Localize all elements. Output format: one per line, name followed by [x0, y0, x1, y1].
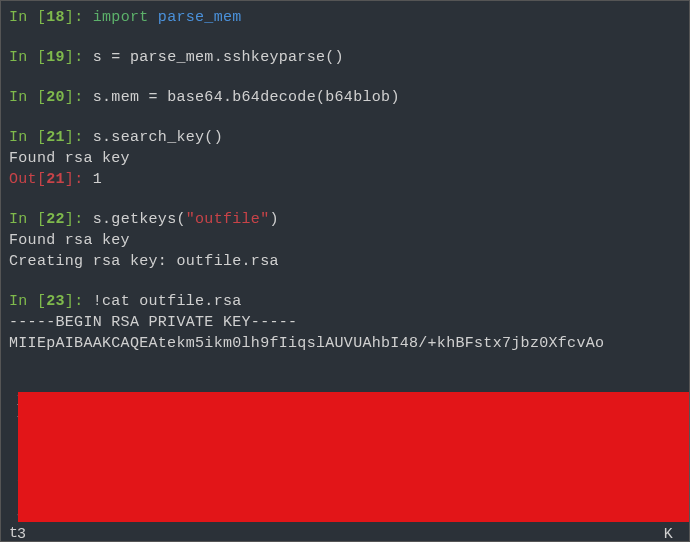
in-close: ]:: [65, 211, 93, 228]
in-prompt: In [: [9, 211, 46, 228]
code-text: s.search_key(): [93, 129, 223, 146]
in-number: 20: [46, 89, 65, 106]
code-text: s.mem = base64.b64decode(b64blob): [93, 89, 400, 106]
in-prompt: In [: [9, 89, 46, 106]
key-fragment: 3: [17, 524, 26, 542]
cell-21: In [21]: s.search_key() Found rsa key Ou…: [9, 127, 681, 190]
code-text: s.getkeys(: [93, 211, 186, 228]
input-line[interactable]: In [19]: s = parse_mem.sshkeyparse(): [9, 49, 344, 66]
key-fragment: K: [664, 524, 673, 542]
cell-22: In [22]: s.getkeys("outfile") Found rsa …: [9, 209, 681, 272]
pem-data-line: MIIEpAIBAAKCAQEAtekm5ikm0lh9fIiqslAUVUAh…: [9, 333, 681, 354]
in-number: 21: [46, 129, 65, 146]
in-prompt: In [: [9, 129, 46, 146]
in-number: 19: [46, 49, 65, 66]
stdout-line: Found rsa key: [9, 148, 681, 169]
code-text: !cat outfile.rsa: [93, 293, 242, 310]
input-line[interactable]: In [22]: s.getkeys("outfile"): [9, 209, 681, 230]
cell-23: In [23]: !cat outfile.rsa -----BEGIN RSA…: [9, 291, 681, 354]
stdout-line: Creating rsa key: outfile.rsa: [9, 251, 681, 272]
in-prompt: In [: [9, 9, 46, 26]
pem-data-line-bottom: t: [9, 523, 18, 542]
input-line[interactable]: In [20]: s.mem = base64.b64decode(b64blo…: [9, 89, 400, 106]
cell-18: In [18]: import parse_mem: [9, 7, 681, 28]
in-close: ]:: [65, 9, 93, 26]
in-number: 23: [46, 293, 65, 310]
in-close: ]:: [65, 293, 93, 310]
input-line[interactable]: In [18]: import parse_mem: [9, 9, 242, 26]
output-line: Out[21]: 1: [9, 169, 681, 190]
redaction-overlay: [18, 392, 690, 522]
out-value: 1: [93, 171, 102, 188]
in-close: ]:: [65, 129, 93, 146]
stdout-line: Found rsa key: [9, 230, 681, 251]
in-close: ]:: [65, 89, 93, 106]
in-prompt: In [: [9, 49, 46, 66]
input-line[interactable]: In [21]: s.search_key(): [9, 127, 681, 148]
cell-19: In [19]: s = parse_mem.sshkeyparse(): [9, 47, 681, 68]
keyword-import: import: [93, 9, 158, 26]
code-text: ): [269, 211, 278, 228]
in-number: 22: [46, 211, 65, 228]
module-name: parse_mem: [158, 9, 242, 26]
input-line[interactable]: In [23]: !cat outfile.rsa: [9, 291, 681, 312]
cell-20: In [20]: s.mem = base64.b64decode(b64blo…: [9, 87, 681, 108]
out-close: ]:: [65, 171, 93, 188]
out-prompt: Out[: [9, 171, 46, 188]
string-literal: "outfile": [186, 211, 270, 228]
terminal-output: In [18]: import parse_mem In [19]: s = p…: [9, 7, 681, 535]
in-close: ]:: [65, 49, 93, 66]
code-text: s = parse_mem.sshkeyparse(): [93, 49, 344, 66]
out-number: 21: [46, 171, 65, 188]
in-number: 18: [46, 9, 65, 26]
in-prompt: In [: [9, 293, 46, 310]
pem-begin-line: -----BEGIN RSA PRIVATE KEY-----: [9, 312, 681, 333]
